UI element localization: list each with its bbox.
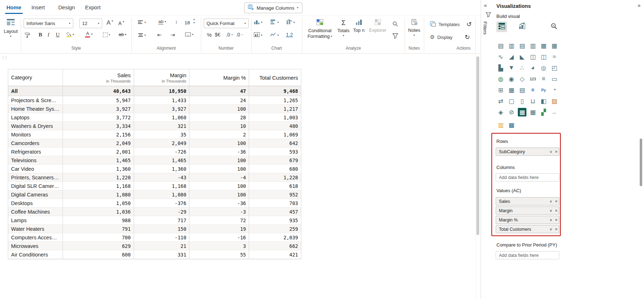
column-header-margin-pct[interactable]: Margin % [189,69,249,86]
customers-cell[interactable]: 680 [249,165,301,173]
narrative-icon[interactable]: ▢ [507,97,516,105]
category-cell[interactable]: Desktops [8,199,63,207]
chevron-down-icon[interactable]: ∨ [548,209,554,213]
underline-button[interactable]: U [56,32,60,38]
margin-pct-cell[interactable]: 100 [189,139,249,147]
font-color-button[interactable]: A ▾ [85,31,93,38]
margin-cell[interactable]: 35 [134,130,190,139]
customers-cell[interactable]: 935 [249,216,301,224]
field-pill[interactable]: Margin %∨× [496,216,559,224]
custom-visual-icon[interactable]: ▨ [550,97,559,105]
top-n-button[interactable]: Top n [352,19,366,33]
ribbon-chart-icon[interactable]: ≈ [550,53,559,61]
margin-pct-cell[interactable]: 72 [189,216,249,224]
sales-cell[interactable]: 700 [63,233,134,241]
python-visual-icon[interactable]: Py [539,86,548,94]
category-cell[interactable]: Air Conditioners [8,250,63,259]
chevron-down-icon[interactable]: ∨ [548,199,554,203]
field-pill[interactable]: Margin∨× [496,206,559,215]
scrollbar-thumb[interactable] [476,56,479,235]
borders-button[interactable]: ▾ [103,33,110,37]
pie-chart-icon[interactable]: ◕ [529,64,537,72]
italic-button[interactable]: I [48,32,49,38]
column-header-margin[interactable]: Margin in Thousands [134,69,190,86]
category-cell[interactable]: Laptops [8,113,63,121]
margin-cell[interactable]: 1,060 [134,113,190,121]
increase-decimal-button[interactable]: .0+ [226,32,233,38]
remove-field-icon[interactable]: × [554,218,558,223]
tab-home[interactable]: Home [6,4,21,10]
clustered-column-chart-icon[interactable]: ▥ [529,41,537,50]
font-size-select[interactable]: 12 ▾ [79,19,102,28]
font-family-select[interactable]: Inforiver Sans ▾ [24,19,73,28]
slicer-icon[interactable]: ⇄ [496,97,505,105]
undo-button[interactable]: ↺ [466,20,472,28]
merge-cells-button[interactable]: ↔ ▾ [185,33,193,36]
sales-cell[interactable]: 5,947 [63,96,134,104]
sales-cell[interactable]: 1,465 [63,156,134,164]
remove-field-icon[interactable]: × [554,199,558,204]
sales-cell[interactable]: 2,049 [63,139,134,147]
customers-cell[interactable]: 457 [249,208,301,216]
horizontal-align-button[interactable]: ▾ [138,20,146,25]
sales-cell[interactable]: 600 [63,250,134,259]
hundred-stacked-bar-chart-icon[interactable]: ▦ [539,41,548,50]
category-cell[interactable]: Home Theater Sys… [8,105,63,113]
heatmap-table-icon[interactable]: ▦ [529,108,537,116]
sales-cell[interactable]: 1,050 [63,199,134,207]
chart-type-button[interactable]: ▾ [254,32,262,38]
sales-cell[interactable]: 2,156 [63,130,134,139]
layout-button[interactable]: Layout ▾ [2,18,19,38]
filter-button[interactable] [392,33,398,40]
pane-scrollbar-thumb[interactable] [640,139,642,186]
margin-cell[interactable]: 21 [134,242,190,250]
margin-cell[interactable]: -43 [134,173,190,181]
expand-pane-icon[interactable]: » [638,2,640,8]
category-cell[interactable]: Digital SLR Camer… [8,182,63,190]
bar-chart-style-button[interactable]: ▾ [270,19,279,25]
strikethrough-button[interactable]: ab ▾ [119,32,126,37]
row-height-input[interactable]: 18 [182,18,192,27]
format-painter-button[interactable] [24,33,30,39]
margin-pct-cell[interactable]: 19 [189,225,249,233]
map-icon[interactable]: ◍ [496,75,505,83]
custom-chart-icon[interactable]: ▞ [539,108,548,116]
category-cell[interactable]: Televisions [8,156,63,164]
margin-pct-cell[interactable]: 100 [189,190,249,199]
redo-button[interactable]: ↻ [465,33,470,41]
margin-pct-cell[interactable]: -36 [189,199,249,207]
sales-cell[interactable]: 1,080 [63,190,134,199]
conditional-formatting-button[interactable]: Conditional Formatting ▾ [305,19,335,39]
decomposition-tree-icon[interactable]: ◈ [496,108,505,116]
funnel-chart-icon[interactable]: ▼ [507,64,516,72]
customers-cell[interactable]: 952 [249,190,301,199]
margin-cell[interactable]: 1,465 [134,156,190,164]
tab-design[interactable]: Design [58,4,75,10]
analytics-tab[interactable] [549,21,559,32]
stepper-up-icon[interactable]: ▴ [193,18,195,21]
format-visual-tab[interactable] [517,21,527,32]
table-icon[interactable]: ⊞ [496,86,505,94]
metrics-icon[interactable]: ⊔ [529,97,537,105]
margin-pct-cell[interactable]: 47 [189,86,249,96]
margin-pct-cell[interactable]: -3 [189,208,249,216]
field-pill[interactable]: SubCategory∨× [496,148,559,156]
margin-cell[interactable]: 1,360 [134,165,190,173]
category-cell[interactable]: Coffee Machines [8,208,63,216]
inforiver-analytics-icon[interactable]: ▩ [507,121,516,129]
sales-cell[interactable]: 3,772 [63,113,134,121]
decrease-indent-button[interactable]: ⇤ [157,32,162,38]
customers-cell[interactable]: 618 [249,182,301,190]
margin-cell[interactable]: 18,950 [134,86,190,96]
stacked-bar-chart-icon[interactable]: ▤ [496,41,505,50]
line-stacked-column-chart-icon[interactable]: ◫ [529,53,537,61]
margin-pct-cell[interactable]: 10 [189,122,249,130]
customers-cell[interactable]: 642 [249,139,301,147]
tab-export[interactable]: Export [85,4,100,10]
remove-field-icon[interactable]: × [554,227,558,232]
kpi-icon[interactable]: ▭ [550,75,559,83]
customers-cell[interactable]: 703 [249,199,301,207]
category-cell[interactable]: Computers Acces… [8,233,63,241]
margin-pct-cell[interactable]: 24 [189,96,249,104]
key-influencers-icon[interactable]: ◔ [550,86,559,94]
